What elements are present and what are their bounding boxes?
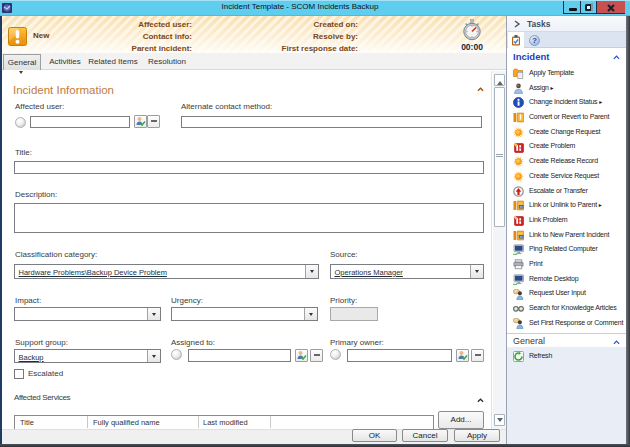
- svg-text:?: ?: [532, 36, 537, 45]
